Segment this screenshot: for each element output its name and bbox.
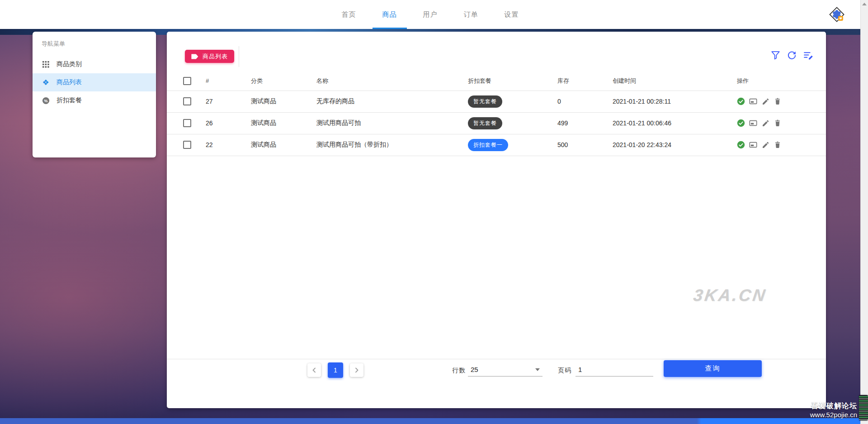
column-header-id: # (206, 71, 251, 91)
nav-tab-orders[interactable]: 订单 (454, 0, 488, 29)
table-header-row: # 分类 名称 折扣套餐 库存 创建时间 操作 (167, 71, 826, 91)
sidebar-item-discount-package[interactable]: % 折扣套餐 (33, 91, 156, 110)
select-all-checkbox[interactable] (183, 77, 191, 85)
product-table: # 分类 名称 折扣套餐 库存 创建时间 操作 27 测试商品 无库存的商品 暂… (167, 71, 826, 156)
cell-created: 2021-01-21 00:06:46 (613, 112, 737, 134)
cell-created: 2021-01-21 00:28:11 (613, 91, 737, 112)
sidebar-item-label: 商品类别 (57, 60, 82, 68)
package-badge: 暂无套餐 (468, 95, 502, 108)
package-badge: 暂无套餐 (468, 117, 502, 129)
card-watermark: 3KA.CN (692, 286, 768, 305)
card-icon[interactable] (749, 97, 757, 105)
product-list-button-label: 商品列表 (203, 52, 228, 61)
column-header-category: 分类 (251, 71, 316, 91)
cell-stock: 0 (557, 91, 613, 112)
row-actions (737, 119, 826, 127)
cell-name: 无库存的商品 (316, 91, 468, 112)
tag-icon (191, 53, 199, 60)
pagination-next-button[interactable] (350, 363, 363, 377)
pagination-prev-button[interactable] (307, 363, 321, 377)
cell-id: 26 (206, 112, 251, 134)
cell-category: 测试商品 (251, 134, 316, 156)
table-row: 22 测试商品 测试用商品可拍（带折扣） 折扣套餐一 500 2021-01-2… (167, 134, 826, 156)
rows-per-page-value: 25 (471, 366, 478, 373)
cell-name: 测试用商品可拍（带折扣） (316, 134, 468, 156)
sidebar-item-product-category[interactable]: 商品类别 (33, 55, 156, 73)
main-nav: 首页 商品 用户 订单 设置 (332, 0, 529, 29)
site-watermark-line1: 吾爱破解论坛 (810, 401, 857, 411)
rows-per-page-label: 行数 (452, 367, 466, 375)
top-navbar: 首页 商品 用户 订单 设置 (0, 0, 860, 29)
cell-stock: 499 (557, 112, 613, 134)
grid-icon (42, 61, 50, 68)
package-badge: 折扣套餐一 (468, 139, 508, 151)
scrollbar-up-arrow-icon[interactable] (862, 3, 867, 5)
svg-text:%: % (44, 98, 47, 103)
rows-per-page-select[interactable]: 25 (468, 363, 542, 376)
refresh-icon[interactable] (787, 51, 797, 60)
nav-tab-settings[interactable]: 设置 (495, 0, 529, 29)
sidebar-item-label: 折扣套餐 (57, 96, 82, 105)
card-icon[interactable] (749, 141, 757, 149)
delete-trash-icon[interactable] (774, 141, 782, 149)
card-icon[interactable] (749, 119, 757, 127)
row-actions (737, 97, 826, 105)
row-checkbox[interactable] (183, 141, 191, 149)
cell-id: 27 (206, 91, 251, 112)
row-actions (737, 141, 826, 149)
column-header-name: 名称 (316, 71, 468, 91)
cell-stock: 500 (557, 134, 613, 156)
diamonds-icon: ❖ (42, 79, 50, 86)
chevron-left-icon (312, 367, 316, 373)
cell-id: 22 (206, 134, 251, 156)
edit-pencil-icon[interactable] (761, 141, 769, 149)
cell-created: 2021-01-20 22:43:24 (613, 134, 737, 156)
pagination-page-1-button[interactable]: 1 (328, 362, 343, 378)
edit-pencil-icon[interactable] (761, 119, 769, 127)
delete-trash-icon[interactable] (774, 97, 782, 105)
background-blue-strip-bottom (0, 418, 860, 424)
approve-check-icon[interactable] (737, 119, 745, 127)
column-header-package: 折扣套餐 (468, 71, 557, 91)
site-watermark-line2: www.52pojie.cn (810, 411, 857, 419)
product-list-card: 商品列表 # 分类 名称 折扣套餐 (167, 32, 826, 408)
column-header-actions: 操作 (737, 71, 826, 91)
cell-name: 测试用商品可拍 (316, 112, 468, 134)
column-header-stock: 库存 (557, 71, 613, 91)
nav-tab-users[interactable]: 用户 (413, 0, 448, 29)
cell-category: 测试商品 (251, 91, 316, 112)
nav-tab-home[interactable]: 首页 (332, 0, 366, 29)
query-button[interactable]: 查询 (664, 360, 762, 377)
product-list-button[interactable]: 商品列表 (185, 50, 234, 63)
delete-trash-icon[interactable] (774, 119, 782, 127)
filter-icon[interactable] (771, 51, 780, 60)
page-number-input[interactable] (576, 363, 653, 376)
discount-icon: % (42, 97, 50, 105)
page-scrollbar[interactable] (860, 0, 868, 424)
toolbar-divider (239, 46, 239, 67)
row-checkbox[interactable] (183, 119, 191, 127)
nav-tab-products[interactable]: 商品 (373, 0, 407, 29)
approve-check-icon[interactable] (737, 97, 745, 105)
sidebar-item-label: 商品列表 (57, 78, 82, 86)
table-row: 26 测试商品 测试用商品可拍 暂无套餐 499 2021-01-21 00:0… (167, 112, 826, 134)
sidebar-item-product-list[interactable]: ❖ 商品列表 (33, 73, 156, 91)
list-edit-icon[interactable] (803, 51, 813, 60)
chevron-right-icon (354, 367, 359, 373)
sidebar-card: 导航菜单 商品类别 ❖ 商品列表 % 折扣套餐 (33, 32, 156, 157)
column-header-created: 创建时间 (613, 71, 737, 91)
table-row: 27 测试商品 无库存的商品 暂无套餐 0 2021-01-21 00:28:1… (167, 91, 826, 112)
page-number-label: 页码 (558, 367, 571, 375)
edit-pencil-icon[interactable] (761, 97, 769, 105)
approve-check-icon[interactable] (737, 141, 745, 149)
site-watermark: 吾爱破解论坛 www.52pojie.cn (810, 401, 857, 419)
chevron-down-icon (535, 368, 540, 371)
row-checkbox[interactable] (183, 97, 191, 105)
footer-divider (167, 359, 826, 359)
cell-category: 测试商品 (251, 112, 316, 134)
sidebar-title: 导航菜单 (33, 40, 156, 55)
table-toolbar-icons (771, 51, 813, 60)
app-logo-icon[interactable] (828, 5, 846, 24)
site-watermark-logo-icon (859, 395, 868, 420)
